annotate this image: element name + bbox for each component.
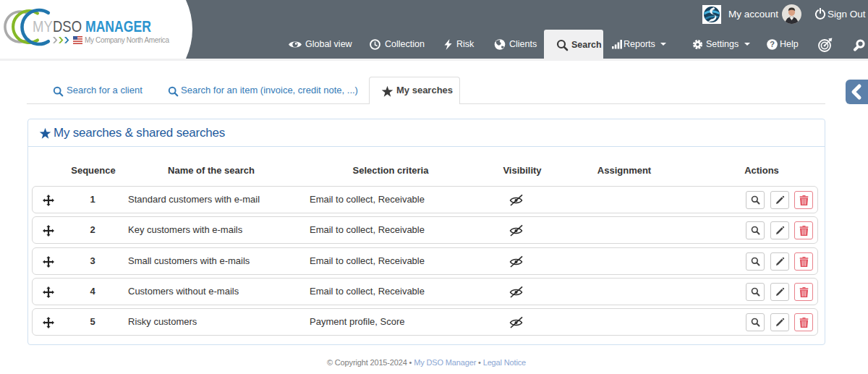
- svg-text:?: ?: [770, 40, 775, 48]
